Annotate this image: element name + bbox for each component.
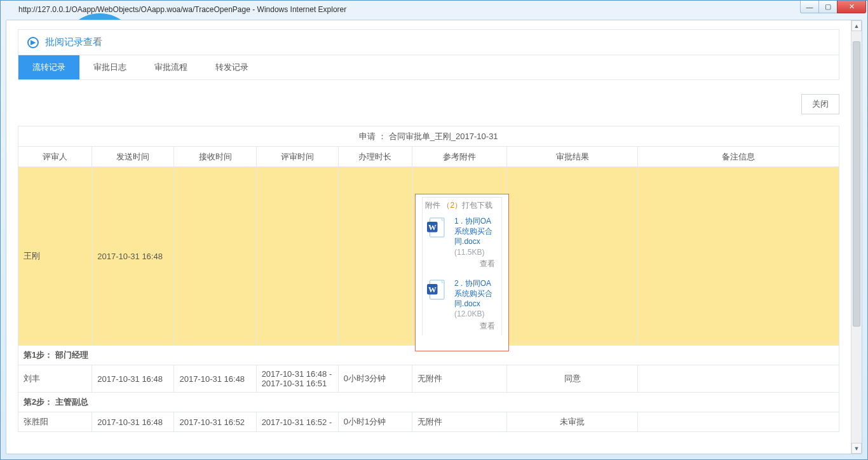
cell-sent: 2017-10-31 16:48 [92,365,174,393]
attachment-item: 2 . 协同OA系统购买合同.docx (12.0KB) [425,278,499,320]
step-row: 第2步： 主管副总 [18,393,839,412]
cell-attachment: 无附件 [412,365,507,393]
table-caption: 申请 ： 合同审批单_王刚_2017-10-31 [18,126,839,147]
attach-label: 附件 [425,201,440,210]
table-row: 刘丰 2017-10-31 16:48 2017-10-31 16:48 201… [18,365,839,393]
file-view-link[interactable]: 查看 [425,257,499,273]
titlebar[interactable]: http://127.0.0.1/OAapp/WebObjects/OAapp.… [1,1,867,18]
scroll-down-arrow-icon[interactable]: ▼ [851,443,862,454]
cell-received: 2017-10-31 16:52 [174,412,256,432]
cell-attachment: 附件 （2）打包下载 1 . 协同OA系统购买合同.docx (11.5KB) [412,167,507,346]
scroll-up-arrow-icon[interactable]: ▲ [851,20,862,31]
cell-sent: 2017-10-31 16:48 [92,412,174,432]
content: ▶ 批阅记录查看 流转记录 审批日志 审批流程 转发记录 关闭 申请 ： 合同审… [6,20,851,454]
cell-duration [338,167,412,346]
word-icon [425,278,448,301]
file-view-link[interactable]: 查看 [425,320,499,335]
attachment-header: 附件 （2）打包下载 [425,200,499,211]
attach-pack-download[interactable]: 打包下载 [462,201,492,210]
attach-count: （2） [442,201,462,210]
cell-reviewed: 2017-10-31 16:48 - 2017-10-31 16:51 [256,365,338,393]
file-size: (11.5KB) [454,248,484,257]
cell-note [638,167,839,346]
col-reviewed: 评审时间 [256,147,338,167]
window-controls: — ▢ ✕ [801,1,866,13]
ie-icon [4,4,15,15]
cell-reviewer: 刘丰 [18,365,92,393]
close-button[interactable]: 关闭 [801,94,839,114]
col-duration: 办理时长 [338,147,412,167]
tab-forward-record[interactable]: 转发记录 [201,55,262,79]
attachment-item: 1 . 协同OA系统购买合同.docx (11.5KB) [425,216,499,257]
cell-result [506,167,638,346]
arrow-right-circle-icon: ▶ [27,37,39,48]
file-name[interactable]: 2 . 协同OA系统购买合同.docx [454,279,492,308]
cell-result: 未审批 [506,412,638,432]
window-title: http://127.0.0.1/OAapp/WebObjects/OAapp.… [18,5,346,14]
action-bar: 关闭 [18,94,839,114]
table-header-row: 评审人 发送时间 接收时间 评审时间 办理时长 参考附件 审批结果 备注信息 [18,147,839,167]
client-area: ▶ 批阅记录查看 流转记录 审批日志 审批流程 转发记录 关闭 申请 ： 合同审… [6,20,862,454]
cell-reviewer: 王刚 [18,167,92,346]
col-result: 审批结果 [506,147,638,167]
cell-duration: 0小时1分钟 [338,412,412,432]
cell-duration: 0小时3分钟 [338,365,412,393]
browser-window: http://127.0.0.1/OAapp/WebObjects/OAapp.… [0,0,868,460]
col-attachment: 参考附件 [412,147,507,167]
file-name[interactable]: 1 . 协同OA系统购买合同.docx [454,217,492,246]
col-note: 备注信息 [638,147,839,167]
tab-bar: 流转记录 审批日志 审批流程 转发记录 [18,55,839,80]
col-sent: 发送时间 [92,147,174,167]
cell-sent: 2017-10-31 16:48 [92,167,174,346]
attachment-popup: 附件 （2）打包下载 1 . 协同OA系统购买合同.docx (11.5KB) [415,194,509,351]
table-row: 张胜阳 2017-10-31 16:48 2017-10-31 16:52 20… [18,412,839,432]
col-reviewer: 评审人 [18,147,92,167]
minimize-button[interactable]: — [800,1,819,13]
file-size: (12.0KB) [454,309,484,318]
cell-note [638,365,839,393]
cell-result: 同意 [506,365,638,393]
window-close-button[interactable]: ✕ [837,1,866,13]
cell-note [638,412,839,432]
table-row: 王刚 2017-10-31 16:48 附件 （2）打包下载 [18,167,839,346]
tab-approval-log[interactable]: 审批日志 [79,55,140,79]
panel-title: 批阅记录查看 [45,36,102,48]
scroll-thumb[interactable] [853,41,860,327]
step-label: 第2步： 主管副总 [18,393,839,412]
cell-reviewed: 2017-10-31 16:52 - [256,412,338,432]
maximize-button[interactable]: ▢ [818,1,837,13]
cell-attachment: 无附件 [412,412,507,432]
cell-received [174,167,256,346]
tab-flow-record[interactable]: 流转记录 [18,55,79,79]
cell-received: 2017-10-31 16:48 [174,365,256,393]
col-received: 接收时间 [174,147,256,167]
panel-header: ▶ 批阅记录查看 [18,29,839,55]
flow-table: 申请 ： 合同审批单_王刚_2017-10-31 评审人 发送时间 接收时间 评… [18,126,839,432]
vertical-scrollbar[interactable]: ▲ ▼ [851,20,862,454]
cell-reviewed [256,167,338,346]
tab-approval-flow[interactable]: 审批流程 [140,55,201,79]
cell-reviewer: 张胜阳 [18,412,92,432]
word-icon [425,216,448,239]
